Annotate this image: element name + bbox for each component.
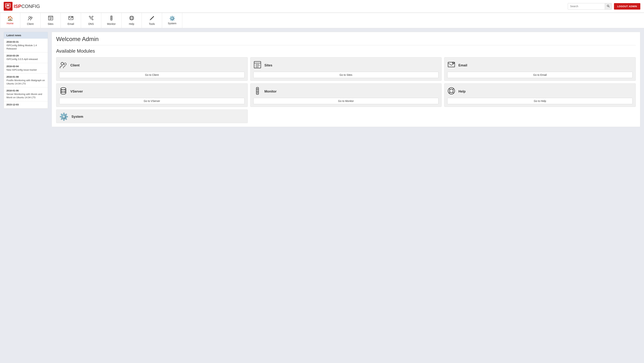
email-module-icon: [447, 61, 456, 70]
sites-icon: [48, 15, 53, 21]
nav-label-help: Help: [129, 22, 134, 25]
goto-help-button[interactable]: Go to Help: [447, 98, 632, 104]
header-right: LOGOUT ADMIN: [568, 3, 640, 9]
search-box: [568, 3, 612, 9]
goto-vserver-button[interactable]: Go to VServer: [59, 98, 244, 104]
email-module-name: Email: [458, 63, 467, 67]
monitor-icon: [109, 15, 114, 21]
help-module-icon: [447, 87, 456, 96]
logo-text: ISPCONFIG: [14, 3, 40, 9]
nav-item-monitor[interactable]: Monitor: [101, 13, 122, 28]
nav-item-system[interactable]: ⚙️ System: [162, 13, 182, 28]
nav-item-tools[interactable]: Tools: [142, 13, 162, 28]
news-item: 2015-12-03: [4, 101, 48, 109]
goto-sites-button[interactable]: Go to Sites: [254, 72, 439, 78]
svg-line-36: [150, 17, 153, 20]
svg-point-18: [89, 16, 90, 17]
system-icon: ⚙️: [169, 16, 175, 21]
news-title: ISPConfig 3.0.5.4p9 released: [6, 58, 45, 61]
module-card-help: Help Go to Help: [444, 83, 636, 107]
news-item: 2016-03-29 ISPConfig 3.0.5.4p9 released: [4, 52, 48, 63]
news-date: 2015-12-03: [6, 103, 45, 106]
news-item: 2016-02-04 New ISPConfig issue tracker: [4, 63, 48, 74]
module-card-client: Client Go to Client: [56, 57, 248, 81]
svg-point-55: [257, 90, 258, 91]
search-button[interactable]: [605, 3, 612, 9]
logo: ISPCONFIG: [4, 2, 40, 11]
home-icon: 🏠: [7, 16, 13, 21]
svg-point-54: [257, 88, 258, 89]
svg-point-40: [64, 63, 66, 65]
module-top-help: Help: [447, 87, 632, 96]
nav-item-dns[interactable]: DNS: [81, 13, 101, 28]
module-top-sites: Sites: [254, 61, 439, 70]
news-date: 2016-03-31: [6, 40, 45, 43]
nav-item-help[interactable]: Help: [122, 13, 142, 28]
module-top-system: ⚙️ System: [59, 113, 244, 120]
email-icon: [68, 15, 74, 21]
svg-line-22: [92, 17, 92, 17]
nav-item-email[interactable]: Email: [61, 13, 81, 28]
help-icon: [129, 15, 134, 21]
nav-item-client[interactable]: Client: [20, 13, 40, 28]
svg-line-23: [92, 18, 92, 19]
vserver-module-name: VServer: [70, 90, 83, 93]
news-title: Server Monitoring with Munin and Monit o…: [6, 92, 45, 99]
svg-point-39: [61, 62, 64, 65]
nav-label-client: Client: [27, 22, 34, 25]
logo-icon: [4, 2, 12, 11]
svg-point-8: [29, 16, 30, 18]
nav-bar: 🏠 Home Client Sites: [0, 13, 644, 28]
news-item: 2016-01-08 Postfix Monitoring with Mailg…: [4, 74, 48, 87]
nav-label-tools: Tools: [149, 22, 155, 25]
news-date: 2016-02-04: [6, 65, 45, 68]
svg-point-25: [111, 16, 112, 17]
svg-point-56: [257, 92, 258, 93]
welcome-title: Welcome Admin: [56, 36, 636, 45]
help-module-name: Help: [458, 90, 466, 93]
vserver-module-icon: [59, 87, 68, 96]
system-module-name: System: [72, 115, 83, 119]
svg-point-50: [61, 92, 66, 94]
sites-module-icon: [254, 61, 262, 70]
goto-monitor-button[interactable]: Go to Monitor: [254, 98, 439, 104]
module-card-system: ⚙️ System: [56, 109, 248, 123]
system-module-icon: ⚙️: [59, 113, 68, 120]
nav-label-monitor: Monitor: [107, 22, 116, 25]
svg-line-62: [453, 88, 454, 90]
module-card-monitor: Monitor Go to Monitor: [250, 83, 442, 107]
tools-icon: [149, 15, 154, 21]
nav-label-system: System: [168, 22, 176, 25]
svg-point-48: [61, 88, 66, 90]
news-title: ISPConfig Billing Module 1.4 Released: [6, 44, 45, 50]
module-top-vserver: VServer: [59, 87, 244, 96]
news-item: 2016-01-06 Server Monitoring with Munin …: [4, 87, 48, 101]
monitor-module-name: Monitor: [264, 90, 276, 93]
news-date: 2016-01-06: [6, 89, 45, 92]
module-top-client: Client: [59, 61, 244, 70]
goto-client-button[interactable]: Go to Client: [59, 72, 244, 78]
nav-item-sites[interactable]: Sites: [40, 13, 61, 28]
nav-label-dns: DNS: [88, 22, 94, 25]
news-date: 2016-03-29: [6, 54, 45, 57]
client-module-name: Client: [70, 63, 80, 67]
search-input[interactable]: [568, 3, 605, 9]
goto-email-button[interactable]: Go to Email: [447, 72, 632, 78]
svg-rect-1: [7, 4, 9, 6]
svg-point-9: [31, 17, 32, 18]
nav-label-sites: Sites: [48, 22, 54, 25]
main-layout: Latest news 2016-03-31 ISPConfig Billing…: [0, 28, 644, 131]
nav-label-home: Home: [7, 22, 14, 25]
svg-line-63: [449, 92, 450, 93]
news-title: Postfix Monitoring with Mailgraph on Ubu…: [6, 79, 45, 85]
nav-item-home[interactable]: 🏠 Home: [0, 13, 20, 28]
monitor-module-icon: [254, 87, 262, 96]
modules-grid: Client Go to Client: [56, 57, 636, 123]
news-title: New ISPConfig issue tracker: [6, 68, 45, 71]
header: ISPCONFIG LOGOUT ADMIN: [0, 0, 644, 13]
svg-line-64: [453, 92, 454, 93]
module-card-email: Email Go to Email: [444, 57, 636, 81]
logout-button[interactable]: LOGOUT ADMIN: [614, 3, 640, 9]
news-date: 2016-01-08: [6, 75, 45, 78]
svg-line-38: [151, 16, 154, 19]
